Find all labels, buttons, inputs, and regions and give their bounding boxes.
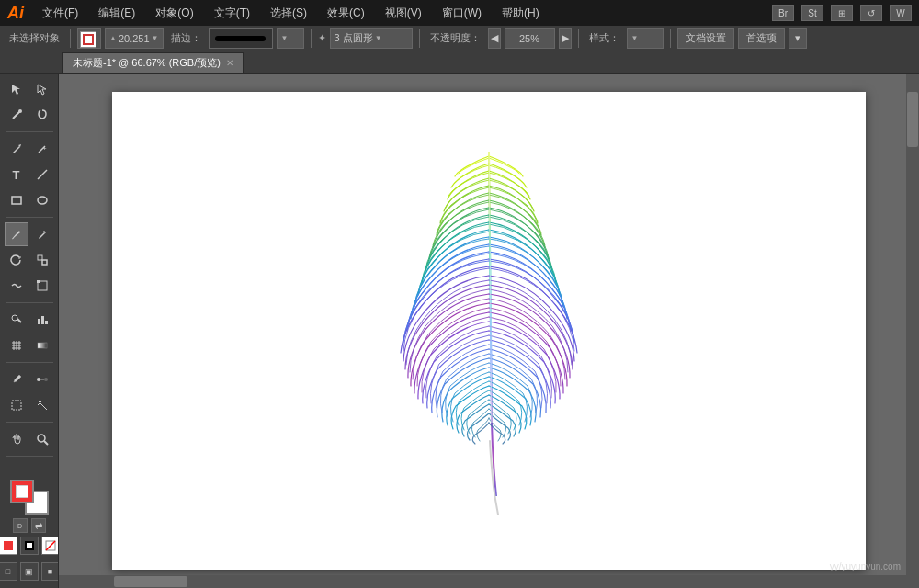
ellipse-tool[interactable] bbox=[30, 188, 54, 212]
pen-tool[interactable] bbox=[5, 137, 28, 161]
vertical-scrollbar-thumb[interactable] bbox=[907, 92, 918, 147]
stroke-mode-btn[interactable] bbox=[20, 537, 39, 555]
line-tool[interactable] bbox=[30, 163, 54, 187]
menu-edit[interactable]: 编辑(E) bbox=[95, 4, 139, 23]
warp-tool[interactable] bbox=[5, 274, 28, 298]
stroke-width-up[interactable]: ▲ bbox=[109, 34, 117, 42]
color-mode-icons: D ⇄ bbox=[13, 518, 46, 533]
stroke-width-field[interactable]: ▲ 20.251 ▼ bbox=[105, 28, 164, 49]
default-colors-icon[interactable]: D bbox=[13, 518, 28, 533]
stroke-label: 描边： bbox=[167, 31, 205, 45]
menu-type[interactable]: 文字(T) bbox=[210, 4, 254, 23]
tool-row-10 bbox=[5, 334, 54, 357]
menu-window[interactable]: 窗口(W) bbox=[438, 4, 485, 23]
svg-rect-12 bbox=[41, 316, 44, 324]
type-tool[interactable]: T bbox=[5, 163, 28, 187]
hand-tool[interactable] bbox=[5, 427, 28, 451]
selection-label: 未选择对象 bbox=[6, 31, 63, 45]
none-mode-btn[interactable] bbox=[41, 537, 60, 555]
main-area: + T bbox=[0, 74, 919, 588]
left-toolbar: + T bbox=[0, 74, 59, 588]
tool-row-9 bbox=[5, 308, 54, 332]
direct-select-tool[interactable] bbox=[30, 77, 54, 101]
style-selector[interactable]: ▼ bbox=[627, 28, 664, 49]
stroke-width-value: 20.251 bbox=[119, 33, 150, 44]
window-icon[interactable]: W bbox=[890, 5, 912, 21]
preferences-button[interactable]: 首选项 bbox=[738, 28, 785, 49]
sync-icon[interactable]: ↺ bbox=[860, 5, 882, 21]
toolbar: 未选择对象 ▲ 20.251 ▼ 描边： ▼ ✦ 3 点圆形 ▼ 不透明度： ◀… bbox=[0, 26, 919, 51]
free-transform-tool[interactable] bbox=[30, 274, 54, 298]
separator-1 bbox=[70, 29, 71, 48]
tool-row-1 bbox=[5, 77, 54, 101]
menu-effect[interactable]: 效果(C) bbox=[323, 4, 369, 23]
menu-view[interactable]: 视图(V) bbox=[381, 4, 425, 23]
svg-rect-11 bbox=[38, 319, 40, 324]
menu-help[interactable]: 帮助(H) bbox=[498, 4, 543, 23]
scroll-corner bbox=[906, 575, 919, 588]
separator-4 bbox=[578, 29, 579, 48]
doc-settings-button[interactable]: 文档设置 bbox=[677, 28, 734, 49]
swap-colors-icon[interactable]: ⇄ bbox=[31, 518, 46, 533]
opacity-increase[interactable]: ▶ bbox=[559, 28, 572, 49]
select-tool[interactable] bbox=[5, 77, 28, 101]
grid-icon[interactable]: ⊞ bbox=[831, 5, 853, 21]
stroke-dropdown-arrow: ▼ bbox=[281, 34, 289, 42]
bridge-icon[interactable]: Br bbox=[772, 5, 794, 21]
fullscreen-preview-btn[interactable]: ▣ bbox=[20, 562, 39, 581]
tool-row-11 bbox=[5, 368, 54, 391]
toolbar-extra-btn[interactable]: ▾ bbox=[789, 28, 807, 49]
lasso-tool[interactable] bbox=[30, 103, 54, 127]
tool-row-5 bbox=[5, 188, 54, 212]
tool-row-6 bbox=[5, 222, 54, 246]
mesh-tool[interactable] bbox=[5, 334, 28, 357]
stroke-preview-dropdown[interactable]: ▼ bbox=[277, 28, 304, 49]
svg-point-22 bbox=[44, 378, 48, 381]
eyedropper-tool[interactable] bbox=[5, 368, 28, 391]
svg-point-25 bbox=[38, 435, 45, 442]
scale-tool[interactable] bbox=[30, 248, 54, 272]
tool-sep-5 bbox=[6, 422, 53, 423]
paintbrush-tool[interactable] bbox=[5, 222, 28, 246]
stroke-color-btn[interactable] bbox=[77, 28, 101, 49]
canvas-area[interactable]: yy/yuyunyun.com bbox=[59, 74, 919, 588]
style-dropdown-arrow: ▼ bbox=[631, 34, 639, 42]
vertical-scrollbar[interactable] bbox=[906, 74, 919, 575]
menu-file[interactable]: 文件(F) bbox=[39, 4, 82, 23]
stroke-preview[interactable] bbox=[209, 28, 273, 49]
zoom-tool[interactable] bbox=[30, 427, 54, 451]
add-anchor-tool[interactable]: + bbox=[30, 137, 54, 161]
opacity-decrease[interactable]: ◀ bbox=[488, 28, 501, 49]
horizontal-scrollbar-thumb[interactable] bbox=[114, 576, 187, 587]
foreground-color-box[interactable] bbox=[10, 480, 34, 503]
normal-view-btn[interactable]: □ bbox=[0, 562, 17, 581]
gradient-tool[interactable] bbox=[30, 334, 54, 357]
svg-point-10 bbox=[12, 315, 17, 321]
menu-object[interactable]: 对象(O) bbox=[152, 4, 197, 23]
document-tab-0[interactable]: 未标题-1* @ 66.67% (RGB/预览) ✕ bbox=[62, 52, 244, 73]
symbol-sprayer-tool[interactable] bbox=[5, 308, 28, 332]
fullscreen-btn[interactable]: ■ bbox=[41, 562, 60, 581]
fill-mode-btn[interactable] bbox=[0, 537, 17, 555]
tool-sep-2 bbox=[6, 217, 53, 218]
rotate-tool[interactable] bbox=[5, 248, 28, 272]
magic-wand-tool[interactable] bbox=[5, 103, 28, 127]
stock-icon[interactable]: St bbox=[801, 5, 823, 21]
opacity-label: 不透明度： bbox=[426, 31, 484, 45]
artboard-tool[interactable] bbox=[5, 393, 28, 417]
opacity-value[interactable]: 25% bbox=[505, 28, 555, 49]
rect-tool[interactable] bbox=[5, 188, 28, 212]
horizontal-scrollbar[interactable] bbox=[59, 575, 906, 588]
color-section: D ⇄ □ ▣ ■ bbox=[0, 476, 59, 584]
slice-tool[interactable] bbox=[30, 393, 54, 417]
tool-sep-4 bbox=[6, 362, 53, 363]
menu-select[interactable]: 选择(S) bbox=[267, 4, 311, 23]
title-bar-icons: Br St ⊞ ↺ W bbox=[772, 5, 912, 21]
svg-rect-24 bbox=[12, 401, 21, 410]
blend-tool[interactable] bbox=[30, 368, 54, 391]
brush-selector[interactable]: 3 点圆形 ▼ bbox=[330, 28, 413, 49]
pencil-tool[interactable] bbox=[30, 222, 54, 246]
column-graph-tool[interactable] bbox=[30, 308, 54, 332]
tab-close-0[interactable]: ✕ bbox=[226, 58, 233, 68]
stroke-width-down[interactable]: ▼ bbox=[152, 34, 159, 42]
